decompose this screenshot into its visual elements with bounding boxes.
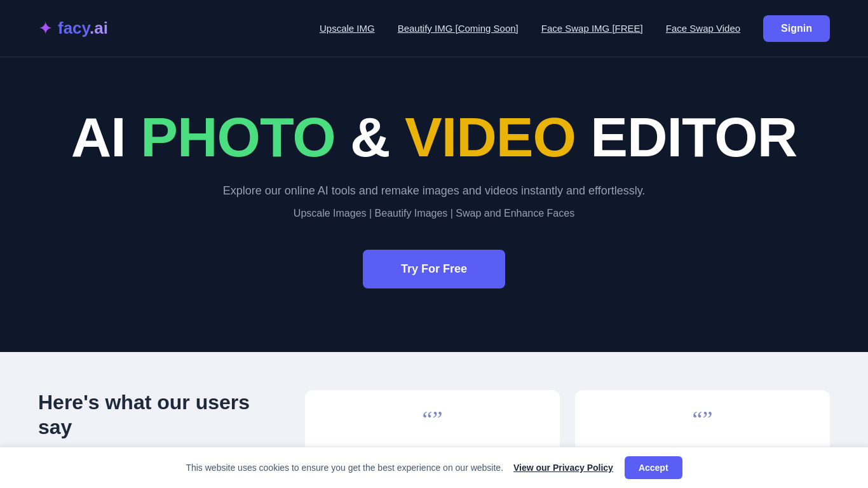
nav-face-swap-img[interactable]: Face Swap IMG [FREE] <box>541 23 643 34</box>
cookie-message: This website uses cookies to ensure you … <box>186 463 503 473</box>
nav-upscale-img[interactable]: Upscale IMG <box>320 23 375 34</box>
try-for-free-button[interactable]: Try For Free <box>363 250 505 288</box>
hero-features: Upscale Images | Beautify Images | Swap … <box>294 208 574 219</box>
testimonials-title: Here's what our users say <box>38 390 280 439</box>
hero-section: AI PHOTO & VIDEO EDITOR Explore our onli… <box>0 57 868 352</box>
quote-icon-2: “” <box>693 410 713 429</box>
hero-title-editor: EDITOR <box>576 105 797 168</box>
cookie-banner: This website uses cookies to ensure you … <box>0 447 868 488</box>
hero-title-middle: & <box>336 105 405 168</box>
cookie-text: This website uses cookies to ensure you … <box>186 463 613 473</box>
hero-subtitle: Explore our online AI tools and remake i… <box>223 184 646 198</box>
hero-title-video: VIDEO <box>405 105 576 168</box>
logo-text: facy.ai <box>58 18 108 38</box>
signin-button[interactable]: Signin <box>763 15 830 42</box>
hero-title: AI PHOTO & VIDEO EDITOR <box>71 108 797 166</box>
nav-face-swap-video[interactable]: Face Swap Video <box>666 23 740 34</box>
hero-title-ai: AI <box>71 105 140 168</box>
accept-cookie-button[interactable]: Accept <box>625 456 682 479</box>
privacy-policy-link[interactable]: View our Privacy Policy <box>513 463 613 473</box>
hero-title-photo: PHOTO <box>140 105 335 168</box>
navbar: ✦ facy.ai Upscale IMG Beautify IMG [Comi… <box>0 0 868 57</box>
quote-icon-1: “” <box>423 410 443 429</box>
logo-icon: ✦ <box>38 18 53 39</box>
nav-beautify-img[interactable]: Beautify IMG [Coming Soon] <box>398 23 519 34</box>
logo[interactable]: ✦ facy.ai <box>38 18 108 39</box>
nav-links: Upscale IMG Beautify IMG [Coming Soon] F… <box>320 15 830 42</box>
